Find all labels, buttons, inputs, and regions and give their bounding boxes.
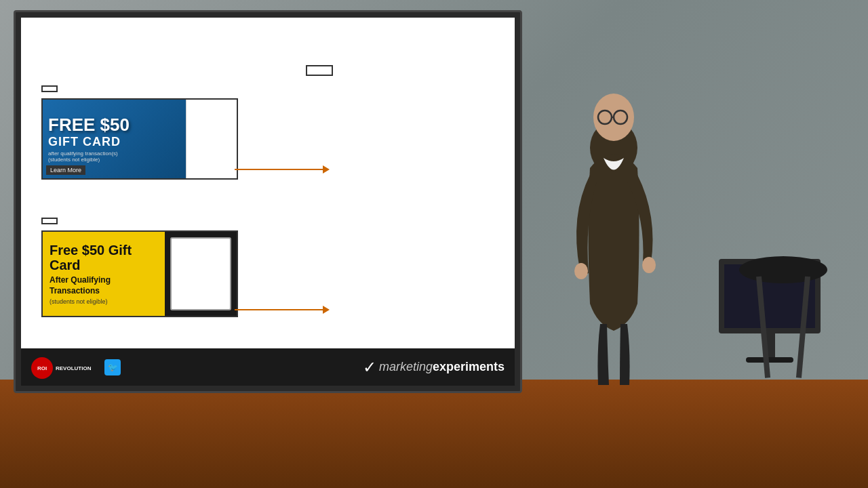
svg-rect-8 [756, 277, 770, 378]
not-this-ad: FREE $50 GIFT CARD after qualifying tran… [41, 98, 238, 180]
not-this-label [41, 85, 58, 92]
specificity-box [306, 65, 333, 76]
screen-frame: FREE $50 GIFT CARD after qualifying tran… [14, 10, 522, 393]
slide-footer: ROI REVOLUTION 🐦 ✓ marketingexperiments [21, 348, 515, 386]
floor [0, 380, 868, 488]
arrow-line [235, 169, 323, 170]
presenter-silhouette [529, 94, 698, 385]
free-50-yellow: Free $50 Gift Card [50, 243, 158, 272]
me-logo-icon: ✓ [363, 358, 376, 377]
experiments-text: experiments [433, 360, 505, 374]
roi-circle: ROI [31, 357, 53, 379]
slide-content: FREE $50 GIFT CARD after qualifying tran… [21, 18, 515, 348]
credit-card-image-small [186, 100, 237, 178]
but-this-ad-main: Free $50 Gift Card After QualifyingTrans… [43, 232, 165, 316]
twitter-icon: 🐦 [104, 359, 121, 375]
but-this-section: Free $50 Gift Card After QualifyingTrans… [41, 218, 238, 317]
free-50-text: FREE $50 [48, 115, 180, 135]
qualifying-text: after qualifying transaction(s)(students… [48, 150, 180, 163]
twitter-section: 🐦 [104, 359, 125, 375]
after-qualifying: After QualifyingTransactions [50, 275, 158, 296]
stool [736, 249, 831, 385]
svg-point-5 [642, 257, 656, 273]
arrow-head-2 [323, 306, 330, 314]
credit-card-image [170, 237, 231, 310]
gift-card-text: GIFT CARD [48, 135, 180, 149]
not-this-section: FREE $50 GIFT CARD after qualifying tran… [41, 85, 238, 180]
arrow-head [323, 165, 330, 174]
but-this-arrow [235, 306, 330, 314]
svg-point-7 [739, 256, 827, 283]
marketing-text: marketing [379, 360, 433, 374]
me-logo: ✓ marketingexperiments [363, 358, 505, 377]
roi-logo: ROI REVOLUTION [31, 357, 91, 379]
roi-text: REVOLUTION [56, 365, 91, 371]
slide: FREE $50 GIFT CARD after qualifying tran… [21, 18, 515, 386]
not-this-ad-main: FREE $50 GIFT CARD after qualifying tran… [43, 100, 186, 178]
but-this-label [41, 218, 58, 224]
not-this-arrow [235, 165, 333, 174]
arrow-line-2 [235, 309, 323, 310]
svg-point-6 [574, 263, 588, 279]
footer-funding: ROI REVOLUTION [31, 355, 91, 379]
svg-rect-9 [796, 277, 810, 378]
but-this-ad: Free $50 Gift Card After QualifyingTrans… [41, 230, 238, 317]
students-not-eligible: (students not eligible) [50, 298, 158, 305]
learn-more-btn: Learn More [46, 165, 85, 175]
